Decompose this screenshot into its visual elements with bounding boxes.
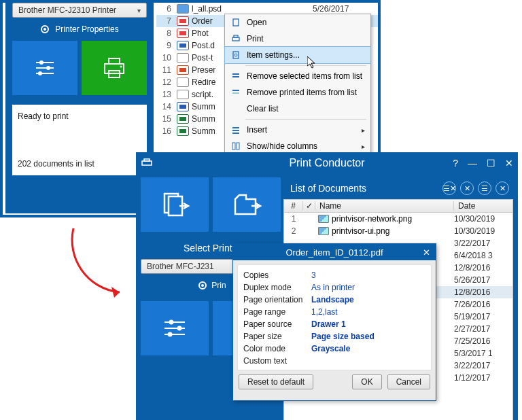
- ctx-clear-list[interactable]: Clear list: [225, 101, 370, 117]
- list-action-1[interactable]: ☰✕: [442, 181, 456, 195]
- setting-row[interactable]: Paper size Page size based: [243, 330, 425, 343]
- submenu-arrow-icon: ▸: [362, 143, 365, 150]
- setting-row[interactable]: Page range 1,2,last: [243, 306, 425, 318]
- table-row[interactable]: 1 printvisor-network.png 10/30/2019: [284, 213, 512, 225]
- printer-dropdown[interactable]: Brother MFC-J2310 Printer ▾: [12, 3, 147, 18]
- cursor-icon: [307, 56, 318, 70]
- svg-rect-24: [232, 143, 235, 150]
- ctx-open[interactable]: Open: [225, 14, 370, 31]
- svg-point-11: [120, 66, 122, 68]
- status-panel: Ready to print 202 documents in list: [12, 105, 147, 175]
- svg-rect-13: [232, 37, 239, 41]
- setting-value[interactable]: As in printer: [311, 283, 355, 292]
- ctx-item-settings[interactable]: Item settings...: [225, 47, 370, 63]
- table-header[interactable]: # ✓ Name Date: [283, 199, 513, 213]
- svg-rect-14: [234, 35, 238, 37]
- setting-key: Paper size: [243, 332, 311, 341]
- list-action-4[interactable]: ✕: [495, 181, 509, 195]
- setting-key: Page range: [243, 307, 311, 317]
- separator: [245, 65, 366, 66]
- separator: [245, 119, 366, 120]
- svg-rect-18: [232, 76, 239, 77]
- setting-value[interactable]: 3: [311, 270, 316, 280]
- printer-properties-button[interactable]: Printer Properties: [5, 20, 154, 41]
- table-row[interactable]: 2 printvisor-ui.png 10/30/2019: [284, 225, 512, 237]
- dialog-close-button[interactable]: ✕: [423, 247, 430, 258]
- th-date[interactable]: Date: [454, 201, 512, 211]
- dialog-title: Order_item_ID_0112.pdf: [285, 247, 383, 258]
- svg-point-16: [234, 54, 237, 56]
- svg-rect-8: [105, 64, 124, 73]
- svg-point-3: [39, 60, 44, 65]
- row-number: 9: [160, 41, 177, 50]
- row-number: 11: [160, 65, 177, 75]
- clear-icon: [229, 103, 243, 114]
- gear-icon: [198, 281, 207, 290]
- filetype-icon: [177, 126, 189, 136]
- setting-value[interactable]: Grayscale: [311, 344, 350, 353]
- list-action-2[interactable]: ✕: [460, 181, 474, 195]
- setting-key: Custom text: [243, 356, 311, 366]
- setting-value[interactable]: 1,2,last: [311, 307, 338, 317]
- background-sidebar: Brother MFC-J2310 Printer ▾ Printer Prop…: [5, 3, 154, 213]
- setting-row[interactable]: Page orientation Landscape: [243, 294, 425, 306]
- help-button[interactable]: ?: [453, 158, 458, 169]
- row-number: 10: [160, 53, 177, 63]
- dialog-titlebar[interactable]: Order_item_ID_0112.pdf ✕: [233, 244, 436, 260]
- app-title: Print Conductor: [289, 157, 364, 169]
- maximize-button[interactable]: ☐: [487, 158, 495, 169]
- svg-rect-12: [233, 19, 239, 26]
- status-ready-label: Ready to print: [18, 111, 141, 121]
- th-number[interactable]: #: [284, 201, 303, 211]
- app-titlebar[interactable]: Print Conductor ? — ☐ ✕: [137, 153, 517, 173]
- svg-point-40: [168, 332, 173, 337]
- add-documents-tile[interactable]: [141, 177, 209, 232]
- th-name[interactable]: Name: [315, 201, 454, 211]
- svg-point-38: [177, 326, 182, 331]
- reset-button[interactable]: Reset to default: [239, 374, 313, 389]
- submenu-arrow-icon: ▸: [362, 126, 365, 134]
- cancel-button[interactable]: Cancel: [387, 374, 430, 389]
- svg-rect-30: [144, 159, 150, 161]
- setting-value[interactable]: Page size based: [311, 332, 375, 341]
- file-date: 6/4/2018 3: [454, 251, 512, 260]
- setting-value[interactable]: Drawer 1: [311, 319, 346, 329]
- print-tile[interactable]: [82, 41, 147, 95]
- close-button[interactable]: ✕: [505, 158, 513, 169]
- filetype-icon: [177, 77, 189, 87]
- add-folder-tile[interactable]: [213, 177, 281, 232]
- file-date: 5/26/2017: [454, 275, 512, 285]
- file-date: 5/3/2017 1: [454, 349, 512, 358]
- ctx-remove-selected[interactable]: Remove selected items from list: [225, 68, 370, 84]
- ok-button[interactable]: OK: [352, 374, 381, 389]
- row-number: 13: [160, 90, 177, 99]
- ctx-insert[interactable]: Insert ▸: [225, 122, 370, 138]
- setting-row[interactable]: Copies 3: [243, 269, 425, 281]
- setting-row[interactable]: Color mode Grayscale: [243, 343, 425, 355]
- filetype-icon: [177, 53, 189, 63]
- setting-value[interactable]: Landscape: [311, 295, 354, 304]
- add-documents-icon: [159, 190, 190, 220]
- ctx-remove-printed[interactable]: Remove printed items from list: [225, 84, 370, 101]
- gear-icon: [40, 24, 50, 34]
- ctx-print[interactable]: Print: [225, 31, 370, 47]
- file-date: 3/22/2017: [454, 239, 512, 248]
- svg-rect-23: [232, 133, 239, 134]
- dialog-footer: Reset to default OK Cancel: [233, 374, 436, 395]
- svg-rect-29: [142, 161, 152, 165]
- printer-properties-label: Prin: [211, 281, 226, 290]
- svg-rect-19: [232, 90, 239, 91]
- svg-point-5: [46, 66, 50, 70]
- settings-tile[interactable]: [141, 301, 209, 355]
- setting-row[interactable]: Duplex mode As in printer: [243, 281, 425, 294]
- list-action-3[interactable]: ☰: [478, 181, 491, 195]
- setting-row[interactable]: Paper source Drawer 1: [243, 318, 425, 330]
- th-check[interactable]: ✓: [303, 201, 315, 211]
- row-number: 2: [284, 226, 303, 236]
- settings-tile[interactable]: [12, 41, 77, 95]
- svg-rect-20: [232, 92, 239, 94]
- columns-icon: [229, 141, 243, 152]
- setting-row[interactable]: Custom text: [243, 355, 425, 367]
- minimize-button[interactable]: —: [468, 158, 477, 169]
- svg-rect-17: [232, 73, 239, 75]
